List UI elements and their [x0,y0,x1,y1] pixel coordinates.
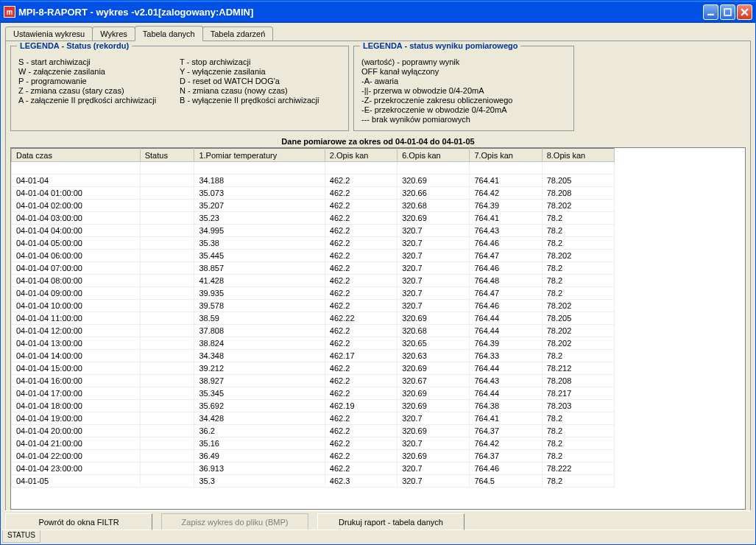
cell-v8: 78.2 [542,412,614,425]
cell-v7: 764.38 [470,400,542,412]
cell-v1: 34.995 [194,225,325,237]
table-row[interactable]: 04-01-04 17:00:0035.345462.2320.69764.44… [12,387,615,400]
cell-v8: 78.2 [542,225,614,237]
cell-date: 04-01-04 19:00:00 [12,412,141,425]
table-row[interactable]: 04-01-04 20:00:0036.2462.2320.69764.3778… [12,425,615,437]
col-header-v7[interactable]: 7.Opis kan [470,149,542,162]
legend-measurement-group: LEGENDA - status wyniku pomiarowego (war… [353,46,574,131]
table-row[interactable]: 04-01-04 13:00:0038.824462.2320.65764.39… [12,337,615,350]
cell-v8: 78.202 [542,325,614,337]
minimize-button[interactable] [703,4,718,20]
col-header-v1[interactable]: 1.Pomiar temperatury [194,149,325,162]
cell-v7: 764.48 [470,275,542,287]
table-row[interactable]: 04-01-04 14:00:0034.348462.17320.63764.3… [12,350,615,362]
table-row[interactable]: 04-01-04 10:00:0039.578462.2320.7764.467… [12,300,615,312]
cell-v8: 78.2 [542,350,614,362]
table-row[interactable]: 04-01-04 23:00:0036.913462.2320.7764.467… [12,463,615,475]
table-row[interactable]: 04-01-04 09:00:0039.935462.2320.7764.477… [12,287,615,300]
back-to-filter-button[interactable]: Powrót do okna FILTR [5,513,152,530]
cell-v2: 462.2 [325,412,397,425]
cell-date: 04-01-04 16:00:00 [12,375,141,387]
table-row[interactable] [12,162,615,175]
cell-date: 04-01-04 [12,175,141,187]
table-row[interactable]: 04-01-04 01:00:0035.073462.2320.66764.42… [12,187,615,200]
table-row[interactable]: 04-01-04 19:00:0034.428462.2320.7764.417… [12,412,615,425]
table-row[interactable]: 04-01-04 02:00:0035.207462.2320.68764.39… [12,200,615,212]
table-row[interactable]: 04-01-04 21:00:0035.16462.2320.7764.4278… [12,437,615,450]
legend-status-line: D - reset od WATCH DOG'a [180,77,341,85]
table-title: Dane pomiarowe za okres od 04-01-04 do 0… [10,137,746,146]
table-row[interactable]: 04-01-04 15:00:0039.212462.2320.69764.44… [12,362,615,375]
cell-v8: 78.2 [542,275,614,287]
cell-date: 04-01-04 13:00:00 [12,337,141,350]
cell-v2: 462.2 [325,175,397,187]
table-row[interactable]: 04-01-04 18:00:0035.692462.19320.69764.3… [12,400,615,412]
print-report-button[interactable]: Drukuj raport - tabela danych [317,513,464,530]
tab-tabela-zdarze-[interactable]: Tabela zdarzeń [202,27,274,42]
cell-v1 [194,162,325,175]
col-header-date[interactable]: Data czas [12,149,141,162]
cell-status [140,387,194,400]
table-row[interactable]: 04-01-04 11:00:0038.59462.22320.69764.44… [12,312,615,325]
cell-v1: 37.808 [194,325,325,337]
col-header-status[interactable]: Status [140,149,194,162]
table-row[interactable]: 04-01-04 12:00:0037.808462.2320.68764.44… [12,325,615,337]
cell-v1: 38.927 [194,375,325,387]
cell-v7: 764.37 [470,450,542,463]
table-row[interactable]: 04-01-04 08:00:0041.428462.2320.7764.487… [12,275,615,287]
table-row[interactable]: 04-01-04 06:00:0035.445462.2320.7764.477… [12,250,615,262]
table-row[interactable]: 04-01-04 05:00:0035.38462.2320.7764.4678… [12,237,615,250]
legend-status-group: LEGENDA - Status (rekordu) S - start arc… [10,46,349,131]
cell-v1: 41.428 [194,275,325,287]
cell-v7: 764.41 [470,412,542,425]
cell-v1: 36.913 [194,463,325,475]
cell-v7: 764.44 [470,387,542,400]
tab-wykres[interactable]: Wykres [92,27,135,42]
cell-v2: 462.2 [325,425,397,437]
cell-status [140,350,194,362]
col-header-v8[interactable]: 8.Opis kan [542,149,614,162]
cell-v7: 764.5 [470,475,542,488]
tab-tabela-danych[interactable]: Tabela danych [135,26,203,41]
cell-v2: 462.2 [325,275,397,287]
cell-v8: 78.2 [542,262,614,275]
tab-ustawienia-wykresu[interactable]: Ustawienia wykresu [5,27,93,42]
maximize-button[interactable] [720,4,735,20]
table-row[interactable]: 04-01-0535.3462.3320.7764.578.2 [12,475,615,488]
cell-v6: 320.67 [398,375,470,387]
cell-v6: 320.7 [398,412,470,425]
cell-v1: 39.578 [194,300,325,312]
col-header-v2[interactable]: 2.Opis kan [325,149,397,162]
cell-date: 04-01-04 10:00:00 [12,300,141,312]
table-row[interactable]: 04-01-04 07:00:0038.857462.2320.7764.467… [12,262,615,275]
table-row[interactable]: 04-01-04 22:00:0036.49462.2320.69764.377… [12,450,615,463]
col-header-v6[interactable]: 6.Opis kan [398,149,470,162]
table-row[interactable]: 04-01-04 03:00:0035.23462.2320.69764.417… [12,212,615,225]
cell-v2: 462.2 [325,325,397,337]
cell-date: 04-01-04 02:00:00 [12,200,141,212]
table-row[interactable]: 04-01-04 04:00:0034.995462.2320.7764.437… [12,225,615,237]
table-row[interactable]: 04-01-04 16:00:0038.927462.2320.67764.43… [12,375,615,387]
cell-v8: 78.2 [542,212,614,225]
app-window: m MPI-8-RAPORT - wykres -v2.01[zalogowan… [0,0,756,545]
cell-v1: 38.59 [194,312,325,325]
save-bmp-button: Zapisz wykres do pliku (BMP) [161,513,308,530]
close-button[interactable] [737,4,752,20]
data-table-scroll[interactable]: Data czasStatus1.Pomiar temperatury2.Opi… [10,147,746,510]
cell-v7: 764.41 [470,212,542,225]
cell-v8: 78.2 [542,237,614,250]
cell-v7: 764.37 [470,425,542,437]
cell-status [140,162,194,175]
cell-v2: 462.17 [325,350,397,362]
svg-rect-1 [724,9,731,15]
cell-date: 04-01-04 17:00:00 [12,387,141,400]
cell-v8 [542,162,614,175]
cell-v7: 764.44 [470,312,542,325]
cell-v8: 78.202 [542,200,614,212]
cell-v6: 320.7 [398,275,470,287]
cell-date: 04-01-04 01:00:00 [12,187,141,200]
legend-status-line: P - programowanie [18,77,180,85]
cell-v7: 764.42 [470,187,542,200]
legend-status-line: A - załączenie II prędkości archiwizacji [18,96,180,105]
table-row[interactable]: 04-01-0434.188462.2320.69764.4178.205 [12,175,615,187]
